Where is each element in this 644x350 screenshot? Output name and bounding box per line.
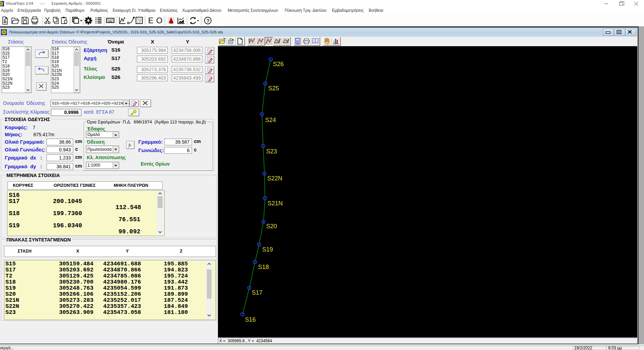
svg-text:O: O [156,16,162,25]
svg-text:S25: S25 [268,85,279,92]
svg-text:E: E [148,16,153,25]
svg-text:S24: S24 [265,117,276,123]
svg-text:?: ? [206,18,209,24]
svg-text:S18: S18 [258,264,269,270]
svg-text:S17: S17 [252,289,262,296]
svg-text:S16: S16 [245,316,256,323]
svg-text:S23: S23 [266,148,277,155]
svg-text:S26: S26 [273,61,284,67]
svg-text:S22N: S22N [267,175,282,182]
svg-text:S21N: S21N [268,200,283,207]
svg-text:S20: S20 [266,223,277,230]
svg-text:S19: S19 [262,246,273,253]
